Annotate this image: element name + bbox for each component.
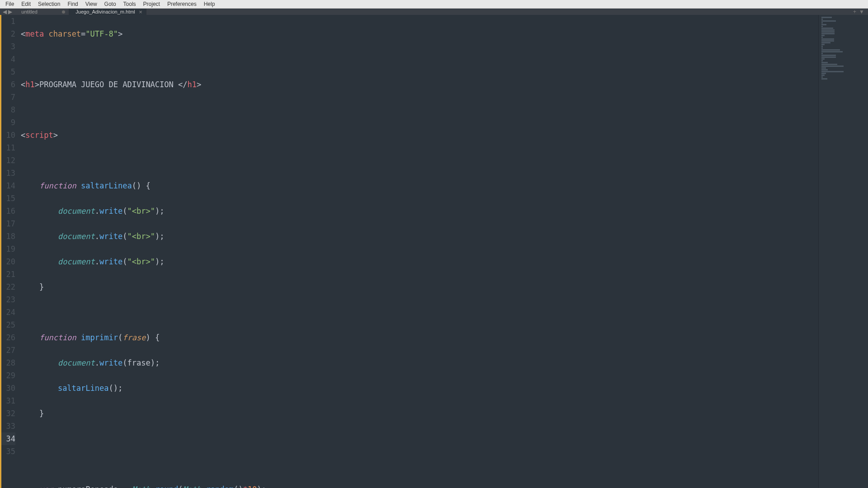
tab-label: Juego_Adivinacion_m.html xyxy=(75,9,135,14)
code-area[interactable]: <meta charset="UTF-8"> <h1>PROGRAMA JUEG… xyxy=(21,15,818,488)
tab-bar-actions: + ▼ xyxy=(849,9,868,15)
tab-untitled[interactable]: untitled xyxy=(15,9,69,15)
dirty-dot-icon xyxy=(62,10,65,14)
menu-view[interactable]: View xyxy=(82,0,101,8)
line-gutter: 1234567891011121314151617181920212223242… xyxy=(0,15,21,488)
menu-preferences[interactable]: Preferences xyxy=(164,0,200,8)
menu-selection[interactable]: Selection xyxy=(34,0,64,8)
tab-juego-adivinacion[interactable]: Juego_Adivinacion_m.html × xyxy=(69,9,146,15)
menu-bar: File Edit Selection Find View Goto Tools… xyxy=(0,0,868,9)
minimap[interactable] xyxy=(818,15,868,488)
tab-bar: ◀ ▶ untitled Juego_Adivinacion_m.html × … xyxy=(0,9,868,15)
tab-overflow-icon[interactable]: ▼ xyxy=(859,9,864,15)
menu-edit[interactable]: Edit xyxy=(18,0,34,8)
menu-tools[interactable]: Tools xyxy=(120,0,140,8)
menu-find[interactable]: Find xyxy=(64,0,81,8)
close-icon[interactable]: × xyxy=(139,9,142,15)
tab-label: untitled xyxy=(21,9,37,14)
tab-nav-arrows[interactable]: ◀ ▶ xyxy=(0,9,15,15)
new-tab-icon[interactable]: + xyxy=(853,9,856,15)
menu-project[interactable]: Project xyxy=(140,0,164,8)
menu-goto[interactable]: Goto xyxy=(101,0,120,8)
menu-file[interactable]: File xyxy=(2,0,18,8)
editor[interactable]: 1234567891011121314151617181920212223242… xyxy=(0,15,868,488)
menu-help[interactable]: Help xyxy=(200,0,219,8)
